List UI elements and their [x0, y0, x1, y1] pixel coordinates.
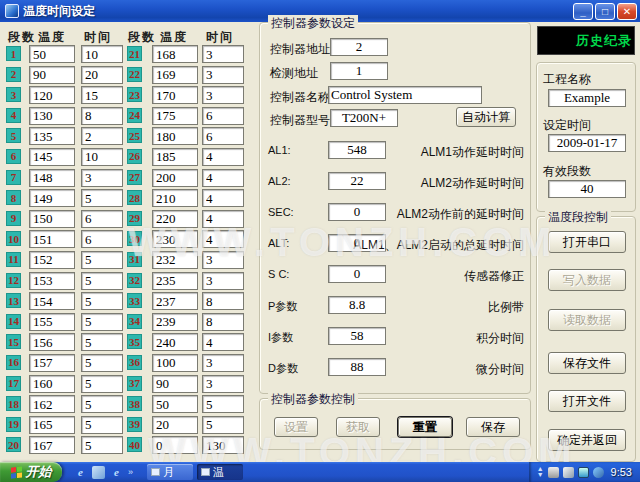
time-input[interactable]	[202, 230, 244, 248]
time-input[interactable]	[81, 272, 123, 290]
param-input[interactable]	[328, 141, 386, 159]
time-input[interactable]	[81, 169, 123, 187]
param-input[interactable]	[328, 327, 386, 345]
time-input[interactable]	[81, 375, 123, 393]
valid-segments-input[interactable]	[548, 180, 626, 198]
temperature-input[interactable]	[29, 148, 75, 166]
time-input[interactable]	[202, 107, 244, 125]
time-input[interactable]	[202, 375, 244, 393]
param-input[interactable]	[328, 203, 386, 221]
taskbar-task-button[interactable]: 月	[147, 464, 193, 480]
temperature-input[interactable]	[29, 107, 75, 125]
control-button[interactable]: 获取	[336, 417, 380, 437]
temperature-input[interactable]	[152, 45, 198, 63]
time-input[interactable]	[202, 416, 244, 434]
temperature-input[interactable]	[29, 354, 75, 372]
temperature-input[interactable]	[152, 251, 198, 269]
network-tray-icon[interactable]	[593, 467, 604, 478]
time-input[interactable]	[202, 148, 244, 166]
keyboard-tray-icon[interactable]	[548, 467, 559, 478]
controller-name-input[interactable]	[328, 86, 482, 104]
temperature-input[interactable]	[152, 66, 198, 84]
temperature-input[interactable]	[152, 416, 198, 434]
time-input[interactable]	[202, 395, 244, 413]
segment-control-button[interactable]: 读取数据	[548, 309, 626, 331]
close-button[interactable]: ✕	[617, 3, 637, 20]
maximize-button[interactable]: □	[595, 3, 615, 20]
taskbar-task-button-active[interactable]: 温	[197, 464, 243, 480]
temperature-input[interactable]	[29, 210, 75, 228]
temperature-input[interactable]	[29, 416, 75, 434]
param-input[interactable]	[328, 296, 386, 314]
temperature-input[interactable]	[29, 436, 75, 454]
time-input[interactable]	[202, 189, 244, 207]
show-desktop-icon[interactable]	[92, 466, 105, 479]
temperature-input[interactable]	[152, 210, 198, 228]
temperature-input[interactable]	[29, 313, 75, 331]
time-input[interactable]	[202, 272, 244, 290]
display-tray-icon[interactable]	[578, 467, 589, 478]
temperature-input[interactable]	[152, 148, 198, 166]
time-input[interactable]	[81, 292, 123, 310]
time-input[interactable]	[202, 292, 244, 310]
time-input[interactable]	[81, 148, 123, 166]
control-button[interactable]: 重置	[398, 417, 452, 437]
time-input[interactable]	[81, 395, 123, 413]
param-input[interactable]	[328, 358, 386, 376]
temperature-input[interactable]	[152, 354, 198, 372]
controller-model-input[interactable]	[330, 109, 398, 127]
time-input[interactable]	[81, 416, 123, 434]
time-input[interactable]	[81, 251, 123, 269]
time-input[interactable]	[202, 210, 244, 228]
pen-input-tray-icon[interactable]	[563, 467, 574, 478]
time-input[interactable]	[81, 230, 123, 248]
auto-calc-button[interactable]: 自动计算	[456, 107, 516, 127]
time-input[interactable]	[202, 251, 244, 269]
temperature-input[interactable]	[29, 189, 75, 207]
browser-icon[interactable]: e	[74, 466, 87, 479]
time-input[interactable]	[81, 66, 123, 84]
controller-address-input[interactable]	[330, 38, 388, 56]
temperature-input[interactable]	[29, 230, 75, 248]
time-input[interactable]	[81, 127, 123, 145]
time-input[interactable]	[81, 313, 123, 331]
temperature-input[interactable]	[152, 127, 198, 145]
time-input[interactable]	[81, 436, 123, 454]
quick-launch-overflow-chevron[interactable]: »	[128, 467, 133, 477]
time-input[interactable]	[202, 169, 244, 187]
temperature-input[interactable]	[29, 251, 75, 269]
temperature-input[interactable]	[29, 86, 75, 104]
set-time-input[interactable]	[548, 134, 626, 152]
time-input[interactable]	[81, 45, 123, 63]
start-button[interactable]: 开始	[0, 462, 62, 482]
temperature-input[interactable]	[152, 189, 198, 207]
temperature-input[interactable]	[152, 169, 198, 187]
temperature-input[interactable]	[152, 313, 198, 331]
time-input[interactable]	[202, 86, 244, 104]
time-input[interactable]	[81, 107, 123, 125]
time-input[interactable]	[202, 333, 244, 351]
segment-control-button[interactable]: 保存文件	[548, 352, 626, 374]
time-input[interactable]	[202, 436, 244, 454]
detect-address-input[interactable]	[330, 62, 388, 80]
temperature-input[interactable]	[29, 333, 75, 351]
temperature-input[interactable]	[152, 272, 198, 290]
temperature-input[interactable]	[29, 169, 75, 187]
param-input[interactable]	[328, 265, 386, 283]
temperature-input[interactable]	[152, 395, 198, 413]
browser-icon[interactable]: e	[110, 466, 123, 479]
temperature-input[interactable]	[152, 292, 198, 310]
tray-collapse-icon[interactable]: ▲▼	[537, 466, 544, 478]
time-input[interactable]	[202, 127, 244, 145]
temperature-input[interactable]	[29, 45, 75, 63]
temperature-input[interactable]	[29, 395, 75, 413]
temperature-input[interactable]	[29, 292, 75, 310]
segment-control-button[interactable]: 打开串口	[548, 231, 626, 253]
param-input[interactable]	[328, 172, 386, 190]
time-input[interactable]	[81, 210, 123, 228]
temperature-input[interactable]	[29, 272, 75, 290]
control-button[interactable]: 设置	[274, 417, 318, 437]
time-input[interactable]	[202, 313, 244, 331]
time-input[interactable]	[81, 86, 123, 104]
temperature-input[interactable]	[152, 86, 198, 104]
